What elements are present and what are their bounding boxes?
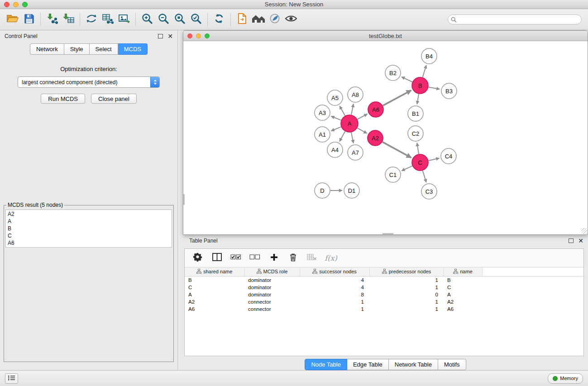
network-edge[interactable]: [382, 142, 411, 158]
network-node[interactable]: A6: [368, 102, 383, 117]
network-edge[interactable]: [351, 133, 354, 143]
network-node[interactable]: B2: [385, 65, 401, 81]
table-cell[interactable]: connector: [244, 305, 300, 313]
network-node[interactable]: C1: [385, 167, 401, 182]
network-edge[interactable]: [402, 77, 412, 82]
table-cell[interactable]: connector: [244, 298, 300, 305]
refresh-button[interactable]: [211, 12, 227, 27]
table-cell[interactable]: 1: [369, 298, 444, 305]
network-node[interactable]: B4: [421, 48, 437, 64]
network-node[interactable]: A8: [348, 87, 363, 102]
table-cell[interactable]: dominator: [244, 291, 300, 298]
vertical-scrollbar-thumb[interactable]: [183, 194, 185, 205]
table-cell[interactable]: 1: [369, 284, 444, 291]
zoom-selected-button[interactable]: [188, 12, 204, 27]
table-row[interactable]: Cdominator41C: [185, 284, 583, 291]
table-cell[interactable]: 4: [300, 276, 369, 284]
run-mcds-button[interactable]: Run MCDS: [41, 94, 85, 104]
network-edge[interactable]: [351, 104, 354, 115]
delete-column-button[interactable]: [286, 251, 300, 265]
close-table-panel-icon[interactable]: ✕: [578, 238, 583, 244]
table-cell[interactable]: A6: [444, 305, 482, 313]
network-node[interactable]: C2: [408, 126, 423, 141]
function-builder-button[interactable]: f(x): [324, 251, 338, 265]
table-row[interactable]: Bdominator41B: [185, 276, 583, 284]
table-cell[interactable]: A6: [185, 305, 244, 313]
float-table-panel-icon[interactable]: [569, 238, 574, 243]
delete-table-button[interactable]: [305, 251, 319, 265]
network-node[interactable]: A1: [315, 127, 330, 142]
result-item[interactable]: C: [8, 232, 170, 239]
close-panel-icon[interactable]: ✕: [167, 33, 173, 39]
table-cell[interactable]: A: [444, 291, 482, 298]
network-canvas-svg[interactable]: B4B2BB3A5A8A6B1A3AC2A1A2A4A7C4CC1C3DD1: [183, 41, 588, 234]
resize-grip[interactable]: [581, 228, 587, 234]
home-button[interactable]: [250, 12, 267, 27]
tab-edge-table[interactable]: Edge Table: [347, 359, 389, 370]
result-item[interactable]: A: [8, 218, 170, 225]
tab-select[interactable]: Select: [90, 43, 118, 55]
network-edge[interactable]: [423, 65, 426, 77]
show-hide-panels-button[interactable]: [283, 12, 299, 27]
network-edge[interactable]: [429, 87, 440, 90]
table-cell[interactable]: B: [444, 276, 482, 284]
result-item[interactable]: A2: [8, 210, 170, 218]
network-window-titlebar[interactable]: testGlobe.txt: [183, 31, 588, 41]
zoom-out-button[interactable]: [155, 12, 172, 27]
table-cell[interactable]: dominator: [244, 276, 300, 284]
network-edge[interactable]: [402, 166, 412, 171]
network-edge[interactable]: [383, 91, 411, 106]
network-node[interactable]: B3: [441, 83, 457, 99]
node-table-scroll[interactable]: shared name MCDS role successor nodes pr…: [185, 267, 583, 356]
memory-button[interactable]: Memory: [548, 373, 583, 384]
save-session-button[interactable]: [21, 12, 37, 27]
table-cell[interactable]: C: [444, 284, 482, 291]
result-item[interactable]: A6: [8, 239, 170, 247]
network-edge[interactable]: [417, 143, 419, 154]
network-node[interactable]: A4: [327, 142, 343, 157]
table-cell[interactable]: dominator: [244, 284, 300, 291]
network-node[interactable]: A5: [327, 90, 343, 105]
column-header-name[interactable]: name: [444, 267, 482, 276]
network-node[interactable]: A3: [315, 105, 330, 120]
column-header-predecessor-nodes[interactable]: predecessor nodes: [369, 267, 444, 276]
open-file-button[interactable]: [5, 12, 21, 27]
search-input[interactable]: [448, 14, 582, 24]
table-cell[interactable]: 1: [369, 276, 444, 284]
network-edge[interactable]: [417, 94, 419, 105]
show-columns-button[interactable]: [210, 251, 224, 265]
tab-style[interactable]: Style: [64, 43, 90, 55]
new-network-button[interactable]: [83, 12, 100, 27]
network-node[interactable]: D1: [344, 183, 359, 198]
network-edge[interactable]: [339, 106, 345, 115]
table-cell[interactable]: C: [185, 284, 244, 291]
network-edge[interactable]: [357, 128, 367, 133]
column-header-shared-name[interactable]: shared name: [185, 267, 244, 276]
network-edge[interactable]: [423, 171, 426, 182]
create-column-button[interactable]: [267, 251, 281, 265]
network-node[interactable]: A: [341, 115, 358, 132]
float-panel-icon[interactable]: [158, 34, 163, 38]
network-from-table-button[interactable]: [100, 12, 116, 27]
tab-network-table[interactable]: Network Table: [389, 359, 438, 370]
optimization-criterion-dropdown[interactable]: largest connected component (directed): [18, 76, 160, 88]
task-history-button[interactable]: [5, 373, 18, 384]
import-table-button[interactable]: [60, 12, 76, 27]
column-header-successor-nodes[interactable]: successor nodes: [300, 267, 369, 276]
table-cell[interactable]: 1: [369, 305, 444, 313]
zoom-in-button[interactable]: [139, 12, 155, 27]
table-cell[interactable]: 4: [300, 284, 369, 291]
table-row[interactable]: A6connector11A6: [185, 305, 583, 313]
table-cell[interactable]: 0: [369, 291, 444, 298]
table-cell[interactable]: A: [185, 291, 244, 298]
table-row[interactable]: Adominator80A: [185, 291, 583, 298]
tab-motifs[interactable]: Motifs: [438, 359, 466, 370]
column-header-mcds-role[interactable]: MCDS role: [244, 267, 300, 276]
network-node[interactable]: B1: [408, 106, 423, 121]
table-cell[interactable]: 8: [300, 291, 369, 298]
browser-button[interactable]: [267, 12, 283, 27]
network-edge[interactable]: [339, 132, 345, 142]
zoom-fit-button[interactable]: [172, 12, 188, 27]
tab-network[interactable]: Network: [30, 43, 64, 55]
table-cell[interactable]: 1: [300, 298, 369, 305]
